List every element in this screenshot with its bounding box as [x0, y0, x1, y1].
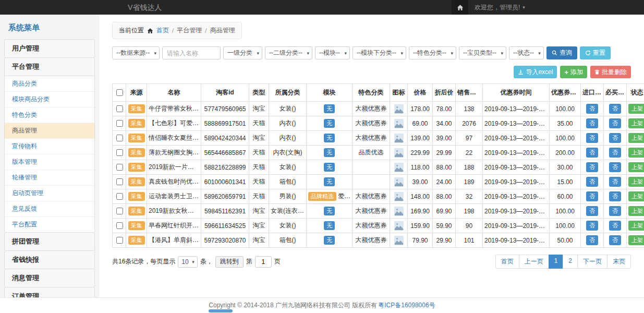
page-size-select[interactable]: 10 ▾	[178, 256, 197, 268]
add-button[interactable]: + 添加	[560, 66, 587, 78]
page-button[interactable]: 末页	[607, 255, 631, 269]
product-image-icon[interactable]	[394, 163, 404, 172]
sidebar-subitem[interactable]: 版本管理	[5, 154, 94, 170]
sidebar-item-message[interactable]: 消息管理	[5, 269, 94, 287]
imported-toggle[interactable]: 否	[586, 235, 598, 245]
product-name[interactable]: 【港风】单肩斜挎链条...	[147, 233, 201, 248]
sidebar-item-user[interactable]: 用户管理	[5, 40, 94, 57]
module-badge[interactable]: 品牌精选	[308, 192, 336, 201]
imported-toggle[interactable]: 否	[586, 191, 598, 201]
filter-select-item-type[interactable]: --宝贝类型--▾	[459, 46, 506, 59]
product-image-icon[interactable]	[394, 192, 404, 201]
sidebar-subitem[interactable]: 商品管理	[5, 123, 94, 139]
home-button[interactable]	[452, 0, 468, 15]
sidebar-subitem[interactable]: 意见反馈	[5, 201, 94, 217]
page-button[interactable]: 2	[563, 255, 578, 269]
status-toggle[interactable]: 上架	[628, 177, 644, 187]
product-image-icon[interactable]	[394, 221, 404, 231]
status-toggle[interactable]: 上架	[628, 104, 644, 114]
product-name[interactable]: 情侣睡衣女夏丝绸男士...	[147, 131, 201, 146]
product-image-icon[interactable]	[394, 148, 404, 158]
must-buy-toggle[interactable]: 否	[609, 148, 621, 158]
module-badge[interactable]: 无	[324, 163, 335, 172]
filter-select-category-level2[interactable]: --二级分类--▾	[265, 46, 312, 59]
must-buy-toggle[interactable]: 否	[609, 235, 621, 245]
must-buy-toggle[interactable]: 否	[609, 206, 621, 216]
module-badge[interactable]: 无	[324, 104, 335, 113]
filter-select-feature[interactable]: --特色分类--▾	[409, 46, 456, 59]
row-checkbox[interactable]	[116, 193, 123, 200]
sidebar-subitem[interactable]: 平台配置	[5, 217, 94, 232]
page-button[interactable]: 1	[549, 255, 564, 269]
reset-button[interactable]: 重置	[580, 46, 611, 59]
row-checkbox[interactable]	[116, 149, 123, 156]
product-image-icon[interactable]	[394, 119, 404, 128]
imported-toggle[interactable]: 否	[586, 221, 598, 231]
product-name[interactable]: 运动套装男士卫衣初秋...	[147, 189, 201, 204]
row-checkbox[interactable]	[116, 120, 123, 127]
status-toggle[interactable]: 上架	[628, 162, 644, 172]
product-name[interactable]: 真皮钱包时尚优雅女士...	[147, 175, 201, 189]
imported-toggle[interactable]: 否	[586, 118, 598, 128]
sidebar-item-groupon[interactable]: 拼团管理	[5, 233, 94, 250]
must-buy-toggle[interactable]: 否	[609, 133, 621, 143]
sidebar-item-bulletin[interactable]: 省钱快报	[5, 251, 94, 269]
must-buy-toggle[interactable]: 否	[609, 221, 621, 231]
product-name[interactable]: 2019新款一片式系...	[147, 160, 201, 175]
sidebar-subitem[interactable]: 轮播管理	[5, 170, 94, 186]
product-name[interactable]: 【七色彩】可爱纯棉家...	[147, 116, 201, 131]
status-toggle[interactable]: 上架	[628, 191, 644, 201]
sidebar-subitem[interactable]: 启动页管理	[5, 186, 94, 201]
status-toggle[interactable]: 上架	[628, 148, 644, 158]
product-name[interactable]: 早春网红针织开衫女春...	[147, 219, 201, 233]
row-checkbox[interactable]	[116, 237, 123, 244]
imported-toggle[interactable]: 否	[586, 206, 598, 216]
jump-page-input[interactable]	[255, 256, 272, 268]
sidebar-subitem[interactable]: 模块商品分类	[5, 92, 94, 107]
sidebar-subitem[interactable]: 宣传物料	[5, 139, 94, 154]
filter-select-status[interactable]: --状态--▾	[509, 46, 544, 59]
filter-name-input[interactable]	[162, 46, 221, 59]
module-badge[interactable]: 无	[324, 119, 335, 128]
filter-select-module[interactable]: --模块--▾	[315, 46, 350, 59]
must-buy-toggle[interactable]: 否	[609, 104, 621, 114]
status-toggle[interactable]: 上架	[628, 118, 644, 128]
imported-toggle[interactable]: 否	[586, 177, 598, 187]
page-button[interactable]: 首页	[495, 255, 519, 269]
product-image-icon[interactable]	[394, 236, 404, 245]
jump-button[interactable]: 跳转到	[215, 256, 244, 268]
row-checkbox[interactable]	[116, 135, 123, 141]
import-excel-button[interactable]: 导入excel	[514, 66, 557, 78]
status-toggle[interactable]: 上架	[628, 235, 644, 245]
sidebar-subitem[interactable]: 商品分类	[5, 76, 94, 92]
must-buy-toggle[interactable]: 否	[609, 191, 621, 201]
row-checkbox[interactable]	[116, 164, 123, 171]
status-toggle[interactable]: 上架	[628, 206, 644, 216]
row-checkbox[interactable]	[116, 105, 123, 112]
filter-select-module-sub[interactable]: --模块下分类--▾	[353, 46, 406, 59]
filter-select-data-source[interactable]: --数据来源--▾	[112, 46, 160, 59]
module-badge[interactable]: 无	[324, 177, 335, 186]
breadcrumb-home-link[interactable]: 首页	[156, 26, 169, 35]
row-checkbox[interactable]	[116, 178, 123, 185]
imported-toggle[interactable]: 否	[586, 104, 598, 114]
product-image-icon[interactable]	[394, 207, 404, 216]
select-all-checkbox[interactable]	[116, 89, 123, 96]
row-checkbox[interactable]	[116, 222, 123, 229]
product-name[interactable]: 牛仔背带裤女秋装减龄...	[147, 102, 201, 116]
row-checkbox[interactable]	[116, 208, 123, 214]
must-buy-toggle[interactable]: 否	[609, 177, 621, 187]
must-buy-toggle[interactable]: 否	[609, 162, 621, 172]
sidebar-item-order[interactable]: 订单管理	[5, 287, 94, 297]
imported-toggle[interactable]: 否	[586, 133, 598, 143]
page-button[interactable]: 上一页	[519, 255, 549, 269]
product-image-icon[interactable]	[394, 104, 404, 114]
module-badge[interactable]: 无	[324, 148, 335, 157]
product-image-icon[interactable]	[394, 177, 404, 187]
page-button[interactable]: 下一页	[577, 255, 607, 269]
query-button[interactable]: 查询	[546, 46, 577, 59]
batch-delete-button[interactable]: 批量删除	[590, 66, 631, 78]
product-image-icon[interactable]	[394, 134, 404, 143]
must-buy-toggle[interactable]: 否	[609, 118, 621, 128]
sidebar-subitem[interactable]: 特色分类	[5, 107, 94, 123]
